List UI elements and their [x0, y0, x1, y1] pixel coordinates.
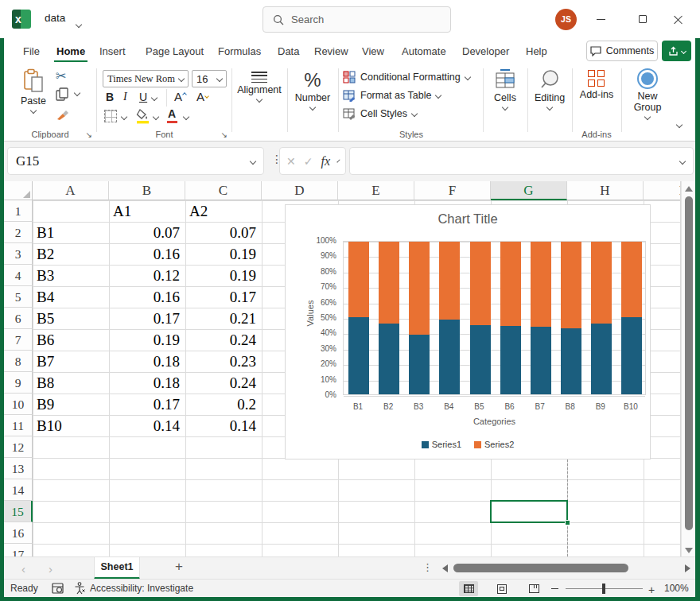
cell-B3[interactable]: 0.16	[109, 243, 185, 265]
tab-bar-menu[interactable]: ⋮	[422, 561, 433, 573]
tab-review[interactable]: Review	[312, 41, 351, 62]
bar-series2-B10[interactable]	[621, 242, 642, 319]
underline-dropdown-chevron[interactable]	[151, 95, 158, 101]
bar-series1-B5[interactable]	[470, 325, 491, 394]
clipboard-dialog-launcher[interactable]: ↘	[86, 130, 92, 139]
cell-C5[interactable]: 0.17	[185, 286, 262, 308]
cell-A3[interactable]: B2	[33, 243, 109, 265]
normal-view-button[interactable]	[459, 581, 478, 596]
tab-insert[interactable]: Insert	[97, 41, 128, 62]
cell-C9[interactable]: 0.24	[185, 372, 262, 394]
tab-developer[interactable]: Developer	[460, 41, 511, 62]
cell-C10[interactable]: 0.2	[185, 394, 262, 415]
row-header-1[interactable]: 1	[4, 200, 33, 222]
font-color-button[interactable]: A	[168, 107, 176, 120]
scroll-right-arrow[interactable]	[685, 564, 690, 572]
selection-fill-handle[interactable]	[565, 520, 570, 525]
cell-A7[interactable]: B6	[33, 329, 109, 351]
cell-B1[interactable]: A1	[109, 200, 185, 222]
cell-C3[interactable]: 0.19	[185, 243, 262, 265]
cell-A10[interactable]: B9	[33, 394, 109, 415]
next-sheet-button[interactable]: ›	[49, 562, 52, 576]
row-header-4[interactable]: 4	[4, 265, 33, 286]
cell-B11[interactable]: 0.14	[109, 415, 185, 436]
borders-dropdown-chevron[interactable]	[121, 114, 127, 120]
cell-styles-button[interactable]: Cell Styles	[343, 105, 417, 122]
row-header-15[interactable]: 15	[4, 501, 33, 522]
cell-B5[interactable]: 0.16	[109, 286, 185, 308]
bar-series1-B1[interactable]	[348, 317, 369, 394]
increase-font-button[interactable]: A	[174, 90, 185, 103]
column-header-I[interactable]: I	[644, 181, 681, 200]
row-header-3[interactable]: 3	[4, 243, 33, 265]
addins-button[interactable]: Add-ins	[574, 70, 620, 100]
column-header-B[interactable]: B	[109, 181, 185, 200]
row-header-17[interactable]: 17	[4, 544, 33, 556]
zoom-slider-handle[interactable]	[602, 584, 605, 594]
column-header-D[interactable]: D	[262, 181, 338, 200]
minimize-button[interactable]	[589, 8, 612, 30]
row-header-10[interactable]: 10	[4, 394, 33, 415]
row-header-5[interactable]: 5	[4, 286, 33, 308]
bar-series2-B7[interactable]	[531, 242, 551, 328]
column-header-H[interactable]: H	[567, 181, 644, 200]
vertical-scroll-thumb[interactable]	[685, 196, 693, 530]
vertical-scrollbar[interactable]	[681, 181, 695, 556]
fill-color-button[interactable]	[136, 108, 150, 124]
bar-series2-B2[interactable]	[379, 242, 399, 325]
bar-series2-B4[interactable]	[439, 242, 460, 321]
comments-button[interactable]: Comments	[586, 41, 658, 61]
cell-B6[interactable]: 0.17	[109, 308, 185, 329]
row-header-8[interactable]: 8	[4, 351, 33, 372]
cell-B9[interactable]: 0.18	[109, 372, 185, 394]
cell-C8[interactable]: 0.23	[185, 351, 262, 372]
column-header-E[interactable]: E	[338, 181, 414, 200]
select-all-corner[interactable]	[4, 181, 33, 200]
bar-series1-B2[interactable]	[379, 324, 399, 394]
zoom-out-button[interactable]	[551, 588, 558, 589]
column-header-C[interactable]: C	[185, 181, 262, 200]
column-header-F[interactable]: F	[414, 181, 491, 200]
number-button[interactable]: % Number	[289, 70, 336, 110]
search-input[interactable]: Search	[262, 6, 451, 33]
bar-series2-B1[interactable]	[348, 242, 369, 319]
format-as-table-button[interactable]: Format as Table	[343, 87, 441, 104]
italic-button[interactable]: I	[123, 91, 127, 103]
fill-color-dropdown-chevron[interactable]	[153, 114, 159, 120]
cell-B4[interactable]: 0.12	[109, 265, 185, 286]
cell-C2[interactable]: 0.07	[185, 222, 262, 243]
tab-formulas[interactable]: Formulas	[216, 41, 263, 62]
accessibility-status[interactable]: Accessibility: Investigate	[90, 583, 193, 594]
insert-function-button[interactable]: fx	[321, 154, 330, 169]
share-button[interactable]	[662, 41, 691, 61]
bar-series2-B3[interactable]	[409, 242, 430, 336]
close-button[interactable]	[667, 8, 690, 30]
scroll-up-arrow[interactable]	[685, 186, 693, 192]
tab-data[interactable]: Data	[275, 41, 301, 62]
zoom-in-button[interactable]: +	[648, 584, 655, 596]
name-box[interactable]: G15	[7, 147, 264, 175]
cell-C7[interactable]: 0.24	[185, 329, 262, 351]
bar-series1-B7[interactable]	[531, 327, 551, 394]
cell-A5[interactable]: B4	[33, 286, 109, 308]
row-header-11[interactable]: 11	[4, 415, 33, 436]
horizontal-scrollbar[interactable]	[438, 557, 695, 580]
font-dialog-launcher[interactable]: ↘	[221, 130, 228, 139]
scroll-left-arrow[interactable]	[442, 564, 448, 572]
tab-home[interactable]: Home	[54, 41, 88, 62]
tab-automate[interactable]: Automate	[399, 41, 449, 62]
bar-series1-B6[interactable]	[500, 326, 521, 394]
maximize-button[interactable]	[631, 8, 655, 30]
cell-A6[interactable]: B5	[33, 308, 109, 329]
column-header-A[interactable]: A	[33, 181, 109, 200]
cell-A8[interactable]: B7	[33, 351, 109, 372]
scroll-down-arrow[interactable]	[685, 548, 693, 553]
row-header-7[interactable]: 7	[4, 329, 33, 351]
prev-sheet-button[interactable]: ‹	[21, 562, 25, 576]
bar-series2-B5[interactable]	[470, 242, 491, 327]
document-title-dropdown[interactable]	[76, 16, 81, 30]
formula-input[interactable]	[349, 147, 694, 175]
copy-dropdown-chevron[interactable]	[74, 90, 80, 96]
user-avatar[interactable]: JS	[555, 9, 577, 30]
editing-button[interactable]: Editing	[529, 68, 570, 110]
